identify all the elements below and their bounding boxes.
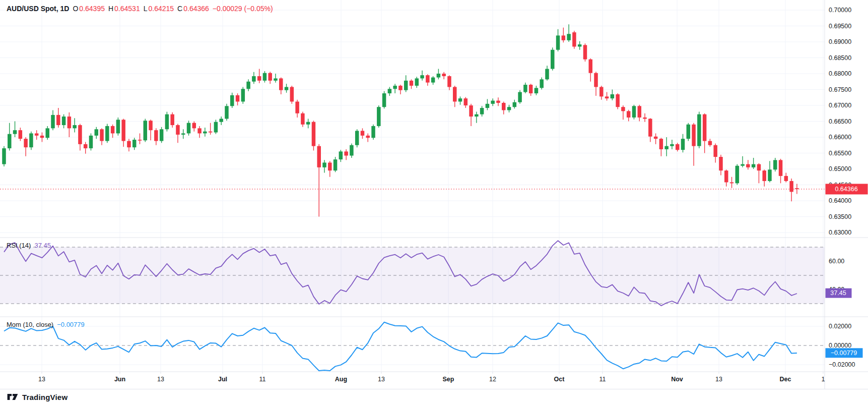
- candle-body: [388, 89, 392, 93]
- candle-body: [599, 87, 604, 96]
- candle-body: [257, 76, 261, 81]
- candle-body: [768, 169, 772, 181]
- candle-body: [540, 79, 544, 88]
- candle-body: [741, 164, 745, 166]
- candle-body: [19, 130, 23, 139]
- candle-body: [719, 157, 723, 170]
- candle-body: [594, 73, 598, 87]
- candle-body: [757, 164, 761, 171]
- candle-body: [8, 134, 11, 148]
- change-value: −0.00029 (−0.05%): [213, 5, 273, 13]
- candle-body: [197, 128, 202, 133]
- close-key: C: [177, 5, 182, 13]
- rsi-value: 37.45: [34, 242, 51, 249]
- candle-body: [762, 170, 766, 181]
- candle-body: [214, 122, 218, 133]
- candle-body: [687, 125, 691, 139]
- momentum-legend[interactable]: Mom (10, close) −0.00779: [7, 321, 85, 328]
- ohlc-open: O 0.64395: [73, 5, 105, 13]
- candle-body: [453, 87, 457, 101]
- candle-body: [736, 166, 740, 184]
- candle-body: [268, 73, 272, 81]
- candle-body: [513, 102, 517, 107]
- candle-body: [404, 81, 408, 90]
- candle-body: [285, 87, 289, 90]
- candle-body: [442, 74, 446, 76]
- candle-body: [95, 129, 99, 136]
- candle-body: [447, 76, 451, 87]
- candle-body: [230, 95, 234, 106]
- candle-body: [132, 140, 137, 147]
- candle-body: [78, 125, 82, 144]
- candle-body: [371, 126, 375, 138]
- candle-body: [426, 75, 430, 82]
- candle-body: [116, 120, 120, 133]
- candle-body: [480, 108, 484, 114]
- candle-body: [529, 85, 533, 93]
- candle-body: [464, 98, 468, 105]
- candle-body: [491, 101, 495, 104]
- momentum-title: Mom (10, close): [7, 321, 53, 328]
- candle-body: [160, 129, 164, 141]
- rsi-legend[interactable]: RSI (14) 37.45: [7, 242, 51, 249]
- candle-body: [724, 170, 728, 182]
- candle-body: [225, 106, 229, 119]
- tradingview-wordmark[interactable]: TradingView: [22, 393, 68, 401]
- candle-body: [697, 114, 701, 146]
- momentum-line: [4, 322, 797, 371]
- candle-body: [659, 139, 663, 149]
- candle-body: [84, 144, 88, 148]
- candle-body: [154, 130, 158, 141]
- candle-body: [708, 141, 712, 145]
- candle-body: [181, 133, 185, 135]
- candle-body: [773, 160, 777, 169]
- candle-body: [730, 182, 734, 183]
- candle-body: [290, 87, 294, 101]
- candle-body: [616, 94, 620, 107]
- candle-body: [176, 125, 180, 135]
- candle-body: [789, 181, 793, 192]
- high-value: 0.64531: [114, 5, 140, 13]
- candle-body: [713, 145, 717, 157]
- candle-body: [68, 117, 72, 128]
- open-value: 0.64395: [79, 5, 105, 13]
- candle-body: [192, 123, 196, 129]
- candle-body: [301, 113, 305, 125]
- candle-body: [328, 162, 332, 170]
- ohlc-high: H 0.64531: [108, 5, 140, 13]
- candle-body: [523, 85, 527, 92]
- candle-body: [551, 50, 555, 69]
- candle-body: [105, 126, 109, 141]
- candle-body: [583, 45, 587, 59]
- candle-body: [138, 140, 142, 141]
- candle-body: [350, 145, 354, 156]
- candle-body: [420, 75, 424, 78]
- candle-body: [29, 133, 33, 147]
- time-axis[interactable]: [0, 372, 825, 389]
- candle-body: [149, 121, 153, 130]
- candle-body: [398, 86, 403, 90]
- tradingview-logo-icon[interactable]: [7, 392, 18, 402]
- candle-body: [100, 129, 104, 141]
- candle-body: [458, 98, 462, 101]
- candle-body: [51, 115, 55, 128]
- candle-body: [670, 144, 674, 146]
- candle-body: [784, 176, 788, 181]
- candle-body: [24, 139, 28, 147]
- candle-body: [377, 107, 381, 126]
- candle-body: [676, 144, 680, 150]
- candle-body: [274, 78, 278, 80]
- candle-body: [475, 114, 479, 117]
- candle-body: [35, 133, 39, 135]
- candle-body: [415, 78, 419, 85]
- price-axis[interactable]: [825, 0, 868, 372]
- candle-body: [263, 73, 267, 81]
- candle-body: [410, 81, 414, 86]
- chart-canvas[interactable]: 0.700000.695000.690000.685000.680000.675…: [0, 0, 868, 389]
- candle-body: [572, 32, 576, 46]
- candle-body: [241, 89, 245, 101]
- symbol-legend[interactable]: AUD/USD Spot, 1D O 0.64395 H 0.64531 L 0…: [7, 5, 273, 13]
- candle-body: [111, 126, 115, 133]
- candle-body: [643, 118, 647, 119]
- candle-body: [2, 148, 6, 164]
